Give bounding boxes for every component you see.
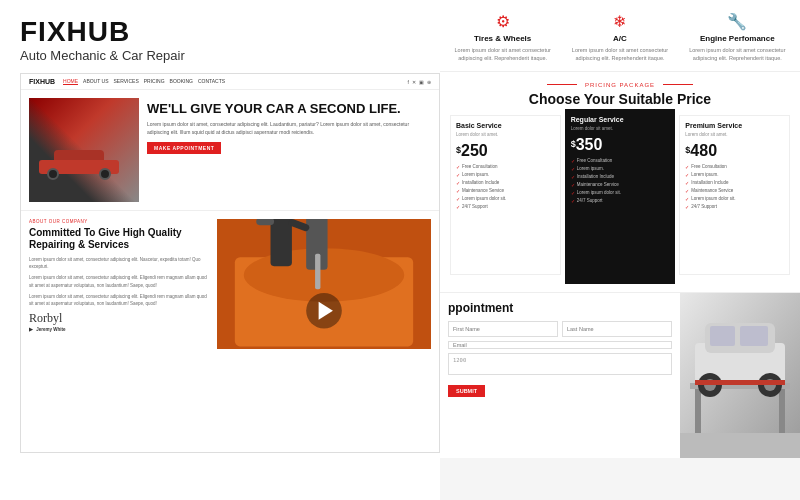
mock-nav-brand: FIXHUB <box>29 78 55 85</box>
svg-rect-3 <box>271 219 292 266</box>
service-tires: ⚙ Tires & Wheels Lorem ipsum dolor sit a… <box>450 12 555 63</box>
mock-nav-services[interactable]: SERVICES <box>114 78 139 85</box>
service-engine: 🔧 Engine Perfomance Lorem ipsum dolor si… <box>685 12 790 63</box>
hero-cta-button[interactable]: MAKE APPOINTMENT <box>147 142 221 154</box>
price-card-regular: Regular Service Lorem dolor sit amet. $ … <box>565 109 676 284</box>
regular-feature-4: ✓Maintenance Service <box>571 182 670 188</box>
tires-title: Tires & Wheels <box>450 34 555 43</box>
mock-nav-about[interactable]: ABOUT US <box>83 78 108 85</box>
services-row: ⚙ Tires & Wheels Lorem ipsum dolor sit a… <box>440 0 800 72</box>
appointment-title: ppointment <box>448 301 672 315</box>
last-name-input[interactable] <box>562 321 672 337</box>
left-panel: FIXHUB Auto Mechanic & Car Repair FIXHUB… <box>0 0 460 500</box>
premium-feature-6: ✓24/7 Support <box>685 204 784 210</box>
premium-feature-1: ✓Free Consultation <box>685 164 784 170</box>
price-card-basic: Basic Service Lorem dolor sit amet. $ 25… <box>450 115 561 275</box>
brand-subtitle: Auto Mechanic & Car Repair <box>20 48 440 63</box>
submit-button[interactable]: SUBMIT <box>448 385 485 397</box>
premium-feature-5: ✓Lorem ipsum dolor sit. <box>685 196 784 202</box>
tires-desc: Lorem ipsum dolor sit amet consectetur a… <box>450 46 555 63</box>
svg-rect-7 <box>256 219 274 225</box>
svg-rect-26 <box>695 380 785 385</box>
regular-feature-1: ✓Free Consultation <box>571 158 670 164</box>
premium-feature-3: ✓Installation Include <box>685 180 784 186</box>
mock-nav-home[interactable]: HOME <box>63 78 78 85</box>
pricing-cards: Basic Service Lorem dolor sit amet. $ 25… <box>450 115 790 284</box>
message-input[interactable]: 1200 <box>448 353 672 375</box>
car-photo-panel <box>680 293 800 458</box>
mock-nav-booking[interactable]: BOOKING <box>170 78 193 85</box>
engine-desc: Lorem ipsum dolor sit amet consectetur a… <box>685 46 790 63</box>
about-para-2: Lorem ipsum dolor sit amet, consectetur … <box>29 274 209 288</box>
brand-name: FIXHUB <box>20 18 440 46</box>
premium-feature-4: ✓Maintenance Service <box>685 188 784 194</box>
pinterest-icon: ⊕ <box>427 79 431 85</box>
right-panel: ⚙ Tires & Wheels Lorem ipsum dolor sit a… <box>440 0 800 500</box>
ac-icon: ❄ <box>567 12 672 31</box>
about-title: Committed To Give High Quality Repairing… <box>29 227 209 251</box>
first-name-input[interactable] <box>448 321 558 337</box>
mock-about: ABOUT OUR COMPANY Committed To Give High… <box>21 210 439 357</box>
appointment-panel: ppointment 1200 SUBMIT <box>440 293 680 458</box>
about-image <box>217 219 431 349</box>
hero-image <box>29 98 139 202</box>
basic-feature-6: ✓24/7 Support <box>456 204 555 210</box>
tires-icon: ⚙ <box>450 12 555 31</box>
pricing-section: PRICING PACKAGE Choose Your Suitable Pri… <box>440 72 800 293</box>
appointment-form: 1200 SUBMIT <box>448 321 672 397</box>
mock-hero: WE'LL GIVE YOUR CAR A SECOND LIFE. Lorem… <box>21 90 439 210</box>
regular-price: $ 350 <box>571 136 670 154</box>
instagram-icon: ▣ <box>419 79 424 85</box>
basic-feature-1: ✓Free Consultation <box>456 164 555 170</box>
basic-price: $ 250 <box>456 142 555 160</box>
premium-feature-2: ✓Lorem ipsum. <box>685 172 784 178</box>
about-para-3: Lorem ipsum dolor sit amet, consectetur … <box>29 293 209 307</box>
ac-desc: Lorem ipsum dolor sit amet consectetur a… <box>567 46 672 63</box>
hero-description: Lorem ipsum dolor sit amet, consectetur … <box>147 121 431 136</box>
engine-icon: 🔧 <box>685 12 790 31</box>
pricing-title: Choose Your Suitable Price <box>450 91 790 107</box>
basic-feature-5: ✓Lorem ipsum dolor sit. <box>456 196 555 202</box>
mock-nav: FIXHUB HOME ABOUT US SERVICES PRICING BO… <box>21 74 439 90</box>
basic-feature-2: ✓Lorem ipsum. <box>456 172 555 178</box>
regular-feature-3: ✓Installation Include <box>571 174 670 180</box>
premium-desc: Lorem dolor sit amet. <box>685 132 784 139</box>
mock-nav-pricing[interactable]: PRICING <box>144 78 165 85</box>
basic-feature-3: ✓Installation Include <box>456 180 555 186</box>
name-row <box>448 321 672 337</box>
price-card-premium: Premium Service Lorem dolor sit amet. $ … <box>679 115 790 275</box>
mock-nav-social: f ✕ ▣ ⊕ <box>408 79 431 85</box>
regular-feature-2: ✓Lorem ipsum. <box>571 166 670 172</box>
mock-site-preview: FIXHUB HOME ABOUT US SERVICES PRICING BO… <box>20 73 440 453</box>
premium-price: $ 480 <box>685 142 784 160</box>
about-content: ABOUT OUR COMPANY Committed To Give High… <box>29 219 209 349</box>
service-ac: ❄ A/C Lorem ipsum dolor sit amet consect… <box>567 12 672 63</box>
author-name: ▶ Jeremy White <box>29 326 209 332</box>
mock-nav-links: HOME ABOUT US SERVICES PRICING BOOKING C… <box>63 78 400 85</box>
ac-title: A/C <box>567 34 672 43</box>
basic-amount: 250 <box>461 142 488 160</box>
svg-rect-19 <box>710 326 735 346</box>
premium-title: Premium Service <box>685 122 784 129</box>
email-input[interactable] <box>448 341 672 349</box>
author-signature: Rorbyl <box>29 311 209 326</box>
hero-content: WE'LL GIVE YOUR CAR A SECOND LIFE. Lorem… <box>147 98 431 202</box>
mock-nav-contacts[interactable]: CONTACTS <box>198 78 225 85</box>
regular-desc: Lorem dolor sit amet. <box>571 126 670 133</box>
engine-title: Engine Perfomance <box>685 34 790 43</box>
about-section-label: ABOUT OUR COMPANY <box>29 219 209 224</box>
svg-rect-25 <box>680 433 800 458</box>
basic-title: Basic Service <box>456 122 555 129</box>
hero-title: WE'LL GIVE YOUR CAR A SECOND LIFE. <box>147 102 431 116</box>
regular-amount: 350 <box>576 136 603 154</box>
regular-feature-5: ✓Lorem ipsum dolor sit. <box>571 190 670 196</box>
facebook-icon: f <box>408 79 409 85</box>
bottom-section: ppointment 1200 SUBMIT <box>440 293 800 458</box>
pricing-package-label: PRICING PACKAGE <box>450 82 790 88</box>
regular-title: Regular Service <box>571 116 670 123</box>
regular-feature-6: ✓24/7 Support <box>571 198 670 204</box>
premium-amount: 480 <box>690 142 717 160</box>
svg-rect-9 <box>315 254 320 290</box>
twitter-icon: ✕ <box>412 79 416 85</box>
svg-rect-20 <box>740 326 768 346</box>
